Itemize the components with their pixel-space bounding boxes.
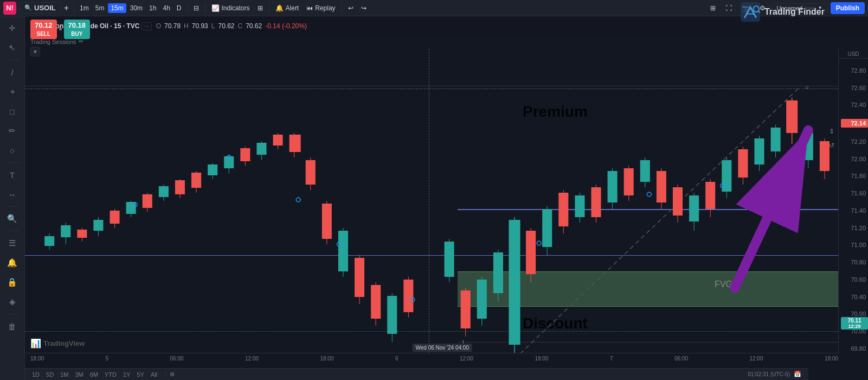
pitchfork-tool[interactable]: ⌖: [4, 83, 21, 100]
tf-all-btn[interactable]: All: [148, 370, 160, 379]
tf-d[interactable]: D: [174, 3, 184, 13]
trash-icon[interactable]: 🗑: [4, 318, 21, 335]
add-symbol-button[interactable]: +: [62, 3, 71, 13]
time-1200-2: 12:00: [460, 356, 473, 362]
order-dot: [59, 28, 62, 30]
collapse-button[interactable]: ▼: [30, 47, 40, 56]
tf-4h[interactable]: 4h: [160, 3, 172, 13]
chart-canvas: 0 FVG 1 Premium Discount: [25, 49, 841, 353]
open-value: 70.78: [164, 22, 181, 30]
price-7140: 71.60: [841, 190, 866, 197]
price-scale-lock-icon[interactable]: ⇕: [825, 125, 838, 138]
cursor-tool[interactable]: ✛: [4, 20, 21, 37]
alert-icon: 🔔: [275, 4, 284, 12]
tf-5y-btn[interactable]: 5Y: [134, 370, 146, 379]
rectangle-tool[interactable]: □: [4, 103, 21, 120]
svg-rect-12: [110, 211, 120, 224]
measure-tool[interactable]: ↔: [4, 186, 21, 203]
svg-rect-68: [591, 187, 601, 217]
symbol-options-button[interactable]: ···: [142, 22, 151, 30]
premium-top-line: [25, 86, 841, 86]
replay-button[interactable]: ⏮ Replay: [303, 3, 338, 13]
price-7040: 70.60: [841, 276, 866, 283]
tf-1m-btn[interactable]: 1M: [57, 370, 71, 379]
svg-rect-30: [256, 143, 266, 155]
tf-15m[interactable]: 15m: [108, 3, 126, 13]
tf-1h[interactable]: 1h: [146, 3, 159, 13]
price-scale-reset-icon[interactable]: ↺: [825, 139, 838, 152]
left-sidebar: ✛ ↖ / ⌖ □ ✏ ○ T ↔ 🔍 ☰ 🔔 🔒 ◈ 🗑: [0, 16, 25, 380]
text-tool[interactable]: T: [4, 166, 21, 183]
low-label: L: [211, 22, 215, 30]
tf-3m-btn[interactable]: 3M: [72, 370, 86, 379]
svg-rect-82: [705, 182, 715, 209]
zoom-tool[interactable]: 🔍: [4, 210, 21, 227]
sell-price: 70.12: [35, 21, 53, 30]
symbol-label: USOIL: [34, 4, 56, 12]
svg-rect-14: [126, 202, 136, 214]
separator-3: [205, 3, 205, 13]
templates-button[interactable]: ⊞: [254, 3, 266, 13]
chart-type-button[interactable]: ⊟: [190, 3, 202, 13]
price-7200: 72.20: [841, 138, 866, 145]
price-7080: 71.00: [841, 242, 866, 248]
price-7100: 71.20: [841, 225, 866, 231]
separator-5: [342, 3, 342, 13]
layout-button[interactable]: ⊞: [707, 3, 719, 13]
svg-rect-78: [673, 187, 683, 216]
zero-label: 0: [806, 85, 808, 90]
svg-rect-74: [640, 160, 650, 182]
compare-button[interactable]: ⊕: [167, 370, 177, 379]
svg-rect-94: [803, 133, 813, 160]
svg-rect-34: [290, 135, 301, 152]
chart-svg: [25, 49, 841, 353]
svg-rect-8: [77, 230, 87, 238]
price-7060: 70.80: [841, 259, 866, 265]
tf-6m-btn[interactable]: 6M: [87, 370, 101, 379]
redo-button[interactable]: ↪: [358, 3, 370, 13]
pencil-tool[interactable]: ✏: [4, 122, 21, 140]
tf-5m[interactable]: 5m: [93, 3, 107, 13]
sidebar-sep-5: [6, 314, 19, 314]
crosshair-tool[interactable]: ↖: [4, 39, 21, 56]
trading-sessions-text: Trading Sessions: [30, 39, 76, 45]
indicator-dot-4: [337, 242, 341, 246]
tf-5d-btn[interactable]: 5D: [43, 370, 56, 379]
price-7020: 70.40: [841, 294, 866, 300]
high-value: 70.93: [192, 22, 208, 30]
calendar-icon-button[interactable]: 📅: [791, 370, 804, 379]
alerts-sidebar-icon[interactable]: 🔔: [4, 254, 21, 271]
svg-rect-72: [624, 168, 634, 195]
fullscreen-button[interactable]: ⛶: [722, 3, 735, 13]
tf-sep: [165, 371, 166, 378]
price-7160: 71.80: [841, 173, 866, 179]
tf-1y-btn[interactable]: 1Y: [120, 370, 133, 379]
svg-rect-36: [306, 160, 316, 185]
svg-rect-18: [159, 186, 169, 197]
separator-2: [187, 3, 188, 13]
symbol-search[interactable]: 🔍 USOIL: [20, 2, 61, 14]
tv-logo-icon: 📊: [30, 338, 41, 349]
publish-button[interactable]: Publish: [831, 2, 865, 14]
candles-right: [445, 98, 830, 353]
buy-button[interactable]: 70.18 BUY: [64, 20, 91, 39]
close-value: 70.62: [246, 22, 262, 30]
trading-sessions-edit-icon[interactable]: ✏: [79, 38, 83, 45]
svg-rect-80: [689, 195, 699, 221]
sell-button[interactable]: 70.12 SELL: [30, 20, 57, 39]
tf-30m[interactable]: 30m: [127, 3, 145, 13]
circle-tool[interactable]: ○: [4, 142, 21, 159]
tf-ytd-btn[interactable]: YTD: [102, 370, 119, 379]
price-7240: 72.40: [841, 102, 866, 108]
tf-1d-btn[interactable]: 1D: [29, 370, 42, 379]
watchlist-icon[interactable]: ☰: [4, 235, 21, 252]
sidebar-sep-2: [6, 162, 19, 163]
lock-icon[interactable]: 🔒: [4, 274, 21, 291]
change-value: -0.14 (-0.20%): [265, 22, 307, 30]
trend-line-tool[interactable]: /: [4, 64, 21, 81]
indicators-button[interactable]: 📈 Indicators: [208, 3, 253, 13]
undo-button[interactable]: ↩: [345, 3, 357, 13]
tf-1m[interactable]: 1m: [77, 3, 92, 13]
patterns-icon[interactable]: ◈: [4, 293, 21, 311]
alert-button[interactable]: 🔔 Alert: [272, 3, 303, 13]
